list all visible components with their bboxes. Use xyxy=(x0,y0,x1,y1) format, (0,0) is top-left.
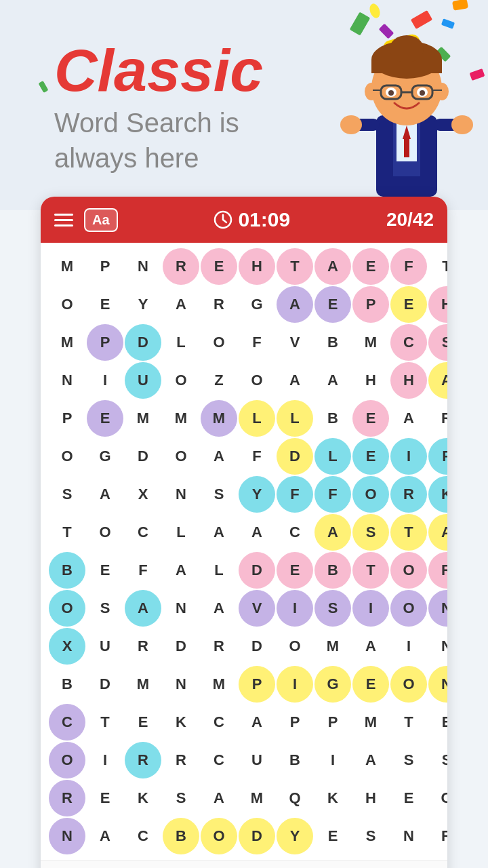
grid-cell[interactable]: O xyxy=(49,742,85,778)
grid-cell[interactable]: H xyxy=(428,286,447,323)
grid-cell[interactable]: S xyxy=(428,324,447,361)
grid-cell[interactable]: R xyxy=(428,400,447,437)
grid-cell[interactable]: I xyxy=(390,438,427,475)
grid-cell[interactable]: A xyxy=(314,248,351,285)
grid-cell[interactable]: T xyxy=(87,704,123,741)
grid-cell[interactable]: R xyxy=(428,818,447,854)
grid-cell[interactable]: E xyxy=(390,286,427,323)
menu-button[interactable] xyxy=(54,214,73,226)
grid-cell[interactable]: Y xyxy=(277,818,313,854)
grid-cell[interactable]: A xyxy=(87,818,123,854)
grid-cell[interactable]: S xyxy=(49,476,85,513)
grid-cell[interactable]: X xyxy=(125,476,161,513)
grid-cell[interactable]: S xyxy=(201,476,237,513)
grid-cell[interactable]: S xyxy=(390,742,427,778)
grid-cell[interactable]: F xyxy=(314,476,351,513)
grid-cell[interactable]: O xyxy=(428,780,447,816)
grid-cell[interactable]: P xyxy=(314,704,351,741)
grid-cell[interactable]: E xyxy=(390,780,427,816)
grid-cell[interactable]: C xyxy=(49,704,85,741)
grid-cell[interactable]: I xyxy=(314,742,351,778)
grid-cell[interactable]: N xyxy=(125,248,161,285)
grid-cell[interactable]: B xyxy=(49,666,85,703)
grid-cell[interactable]: N xyxy=(428,590,447,627)
grid-cell[interactable]: S xyxy=(87,590,123,627)
grid-cell[interactable]: G xyxy=(239,286,275,323)
grid-cell[interactable]: D xyxy=(239,818,275,854)
grid-cell[interactable]: U xyxy=(87,628,123,665)
grid-cell[interactable]: A xyxy=(87,476,123,513)
grid-cell[interactable]: R xyxy=(390,476,427,513)
grid-cell[interactable]: A xyxy=(201,438,237,475)
grid-cell[interactable]: P xyxy=(239,666,275,703)
grid-cell[interactable]: R xyxy=(201,286,237,323)
grid-cell[interactable]: A xyxy=(201,514,237,551)
grid-cell[interactable]: H xyxy=(352,362,389,399)
grid-cell[interactable]: E xyxy=(352,248,389,285)
grid-cell[interactable]: O xyxy=(163,362,199,399)
grid-cell[interactable]: N xyxy=(428,628,447,665)
grid-cell[interactable]: A xyxy=(201,780,237,816)
grid-cell[interactable]: F xyxy=(239,438,275,475)
grid-cell[interactable]: O xyxy=(352,476,389,513)
grid-cell[interactable]: V xyxy=(277,324,313,361)
grid-cell[interactable]: E xyxy=(87,780,123,816)
grid-cell[interactable]: F xyxy=(390,248,427,285)
grid-cell[interactable]: R xyxy=(163,248,199,285)
grid-cell[interactable]: P xyxy=(87,248,123,285)
grid-cell[interactable]: E xyxy=(314,286,351,323)
grid-cell[interactable]: E xyxy=(87,286,123,323)
grid-cell[interactable]: R xyxy=(163,742,199,778)
grid-cell[interactable]: K xyxy=(314,780,351,816)
grid-cell[interactable]: E xyxy=(125,704,161,741)
grid-cell[interactable]: A xyxy=(277,286,313,323)
grid-cell[interactable]: C xyxy=(390,324,427,361)
grid-cell[interactable]: O xyxy=(201,818,237,854)
grid-cell[interactable]: T xyxy=(49,514,85,551)
grid-cell[interactable]: A xyxy=(428,514,447,551)
grid-cell[interactable]: D xyxy=(163,628,199,665)
grid-cell[interactable]: M xyxy=(352,324,389,361)
grid-cell[interactable]: N xyxy=(390,818,427,854)
grid-cell[interactable]: C xyxy=(125,514,161,551)
grid-cell[interactable]: O xyxy=(49,438,85,475)
grid-cell[interactable]: H xyxy=(352,780,389,816)
grid-cell[interactable]: A xyxy=(314,514,351,551)
grid-cell[interactable]: O xyxy=(390,666,427,703)
grid-cell[interactable]: T xyxy=(277,248,313,285)
grid-cell[interactable]: T xyxy=(390,704,427,741)
grid-cell[interactable]: A xyxy=(277,362,313,399)
grid-cell[interactable]: C xyxy=(277,514,313,551)
grid-cell[interactable]: T xyxy=(352,552,389,589)
grid-cell[interactable]: B xyxy=(163,818,199,854)
grid-cell[interactable]: B xyxy=(49,552,85,589)
grid-cell[interactable]: D xyxy=(239,628,275,665)
grid-cell[interactable]: A xyxy=(352,742,389,778)
grid-cell[interactable]: O xyxy=(49,590,85,627)
grid-cell[interactable]: A xyxy=(314,362,351,399)
grid-cell[interactable]: L xyxy=(163,514,199,551)
grid-cell[interactable]: P xyxy=(49,400,85,437)
grid-cell[interactable]: E xyxy=(352,400,389,437)
grid-cell[interactable]: A xyxy=(352,628,389,665)
grid-cell[interactable]: L xyxy=(277,400,313,437)
grid-cell[interactable]: O xyxy=(390,552,427,589)
grid-cell[interactable]: R xyxy=(49,780,85,816)
grid-cell[interactable]: M xyxy=(201,666,237,703)
grid-cell[interactable]: H xyxy=(390,362,427,399)
grid-cell[interactable]: G xyxy=(87,438,123,475)
grid-cell[interactable]: R xyxy=(125,742,161,778)
grid-cell[interactable]: G xyxy=(314,666,351,703)
grid-cell[interactable]: A xyxy=(125,590,161,627)
grid-cell[interactable]: E xyxy=(87,552,123,589)
grid-cell[interactable]: D xyxy=(87,666,123,703)
grid-cell[interactable]: F xyxy=(239,324,275,361)
grid-cell[interactable]: M xyxy=(314,628,351,665)
grid-cell[interactable]: O xyxy=(201,324,237,361)
grid-cell[interactable]: M xyxy=(49,324,85,361)
grid-cell[interactable]: P xyxy=(352,286,389,323)
grid-cell[interactable]: D xyxy=(239,552,275,589)
grid-cell[interactable]: B xyxy=(314,552,351,589)
grid-cell[interactable]: F xyxy=(125,552,161,589)
font-size-button[interactable]: Aa xyxy=(84,208,118,232)
